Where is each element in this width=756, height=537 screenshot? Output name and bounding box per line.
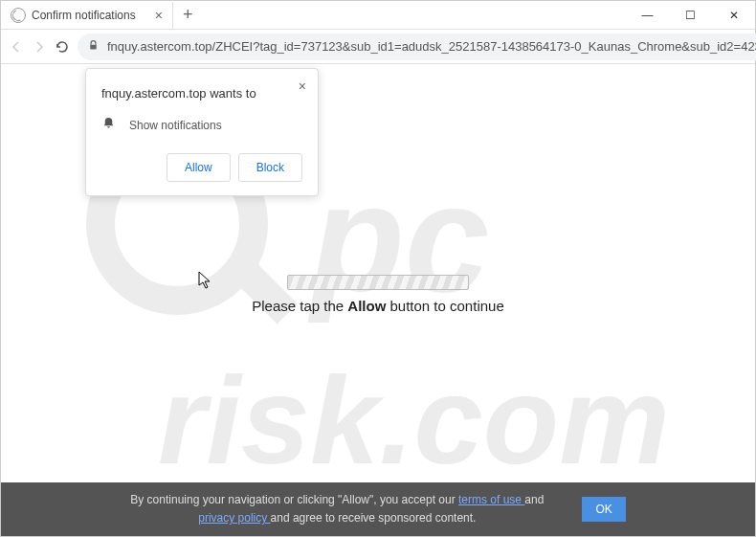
allow-button[interactable]: Allow <box>167 153 231 182</box>
progress-bar <box>287 275 469 290</box>
browser-tab[interactable]: Confirm notifications × <box>1 2 173 29</box>
close-window-button[interactable]: ✕ <box>712 1 755 30</box>
new-tab-button[interactable]: + <box>173 5 203 25</box>
tab-title: Confirm notifications <box>32 9 136 22</box>
close-tab-icon[interactable]: × <box>155 8 163 23</box>
titlebar: Confirm notifications × + — ☐ ✕ <box>1 1 755 30</box>
notification-permission-popup: × fnquy.astercom.top wants to Show notif… <box>85 68 319 196</box>
svg-text:risk.com: risk.com <box>158 350 670 490</box>
browser-window: Confirm notifications × + — ☐ ✕ fnquy.as… <box>0 0 756 537</box>
cookie-footer: By continuing your navigation or clickin… <box>1 482 755 536</box>
globe-icon <box>11 8 26 23</box>
terms-link[interactable]: terms of use <box>458 493 524 506</box>
window-controls: — ☐ ✕ <box>626 1 755 30</box>
instruction-text: Please tap the Allow button to continue <box>1 298 755 314</box>
forward-button[interactable] <box>32 34 47 60</box>
back-button[interactable] <box>9 34 24 60</box>
ok-button[interactable]: OK <box>582 497 625 522</box>
minimize-button[interactable]: — <box>626 1 669 30</box>
popup-buttons: Allow Block <box>101 153 302 182</box>
url-text: fnquy.astercom.top/ZHCEI?tag_id=737123&s… <box>107 39 756 54</box>
popup-title: fnquy.astercom.top wants to <box>101 86 302 101</box>
address-bar[interactable]: fnquy.astercom.top/ZHCEI?tag_id=737123&s… <box>78 34 756 60</box>
page-content: pc risk.com × fnquy.astercom.top wants t… <box>1 64 755 536</box>
close-icon[interactable]: × <box>299 78 306 94</box>
bell-icon <box>101 116 116 134</box>
block-button[interactable]: Block <box>238 153 302 182</box>
maximize-button[interactable]: ☐ <box>669 1 712 30</box>
permission-row: Show notifications <box>101 116 302 134</box>
center-content: Please tap the Allow button to continue <box>1 275 755 314</box>
privacy-link[interactable]: privacy policy <box>198 511 270 525</box>
reload-button[interactable] <box>55 34 70 60</box>
footer-text: By continuing your navigation or clickin… <box>130 491 544 527</box>
permission-text: Show notifications <box>129 119 222 132</box>
svg-rect-0 <box>90 44 97 49</box>
toolbar: fnquy.astercom.top/ZHCEI?tag_id=737123&s… <box>1 30 755 64</box>
lock-icon <box>87 39 100 55</box>
